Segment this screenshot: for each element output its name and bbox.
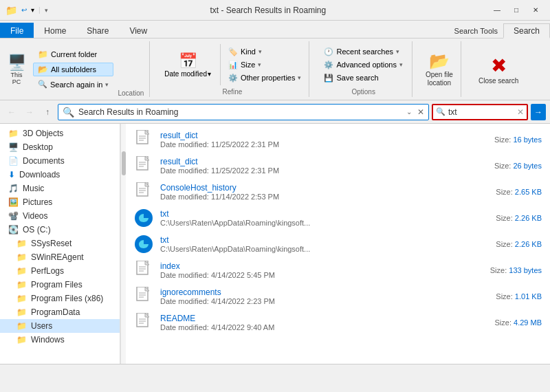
advanced-icon: ⚙️ bbox=[324, 61, 333, 69]
file-item-readme[interactable]: README Date modified: 4/14/2022 9:40 AM … bbox=[126, 309, 550, 336]
close-x-icon: ✖ bbox=[491, 54, 507, 77]
sidebar-label-users: Users bbox=[31, 321, 52, 331]
this-pc-button[interactable]: 🖥️ ThisPC bbox=[4, 52, 29, 87]
sidebar-item-music[interactable]: 🎵 Music bbox=[0, 182, 120, 195]
3d-objects-icon: 📁 bbox=[8, 129, 19, 138]
forward-button[interactable]: → bbox=[22, 105, 37, 120]
sidebar-item-documents[interactable]: 📄 Documents bbox=[0, 154, 120, 168]
file-item-txt-2[interactable]: txt C:\Users\Raten\AppData\Roaming\kings… bbox=[126, 231, 550, 257]
recent-searches-button[interactable]: 🕐 Recent searches ▾ bbox=[319, 46, 407, 58]
date-modified-button[interactable]: 📅 Date modified ▾ bbox=[160, 50, 216, 80]
recent-icon: 🕐 bbox=[324, 47, 333, 56]
all-subfolders-button[interactable]: 📂 All subfolders bbox=[33, 63, 113, 76]
sidebar-item-users[interactable]: 📁 Users bbox=[0, 319, 120, 333]
file-icon-txt-4 bbox=[134, 261, 153, 280]
main-layout: 📁 3D Objects 🖥️ Desktop 📄 Documents ⬇ Do… bbox=[0, 124, 550, 364]
file-size-2: Size: 26 bytes bbox=[494, 162, 542, 170]
save-search-label: Save search bbox=[336, 74, 378, 82]
sidebar-item-downloads[interactable]: ⬇ Downloads bbox=[0, 168, 120, 182]
users-icon: 📁 bbox=[16, 321, 27, 331]
address-dropdown-icon[interactable]: ⌄ bbox=[406, 108, 412, 116]
current-folder-button[interactable]: 📁 Current folder bbox=[33, 47, 113, 61]
file-item-consolehost[interactable]: ConsoleHost_history Date modified: 11/14… bbox=[126, 179, 550, 205]
file-icon-txt-5 bbox=[134, 287, 153, 306]
file-item-txt-1[interactable]: txt C:\Users\Raten\AppData\Roaming\kings… bbox=[126, 205, 550, 231]
file-name: result_dict bbox=[160, 131, 487, 140]
sidebar-item-program-files-x86[interactable]: 📁 Program Files (x86) bbox=[0, 292, 120, 305]
tab-file[interactable]: File bbox=[0, 23, 34, 38]
status-bar bbox=[0, 364, 550, 378]
open-file-location-group: 📂 Open filelocation bbox=[418, 41, 461, 97]
program-files-icon: 📁 bbox=[16, 280, 27, 290]
kind-button[interactable]: 🏷️ Kind ▾ bbox=[225, 46, 305, 58]
sidebar-item-videos[interactable]: 📽️ Videos bbox=[0, 209, 120, 223]
size-icon: 📊 bbox=[228, 61, 238, 69]
sidebar-item-pictures[interactable]: 🖼️ Pictures bbox=[0, 195, 120, 209]
ribbon-tabs: File Home Share View Search Tools Search bbox=[0, 21, 550, 38]
file-meta-7: Date modified: 4/14/2022 2:23 PM bbox=[160, 297, 489, 305]
tab-share[interactable]: Share bbox=[76, 23, 119, 38]
advanced-dropdown: ▾ bbox=[399, 61, 403, 68]
sidebar-item-swinreagent[interactable]: 📁 SWinREAgent bbox=[0, 250, 120, 264]
search-again-button[interactable]: 🔍 Search again in ▾ bbox=[33, 78, 113, 91]
file-item-ignorecomments[interactable]: ignorecomments Date modified: 4/14/2022 … bbox=[126, 283, 550, 309]
up-button[interactable]: ↑ bbox=[40, 105, 55, 120]
sidebar-item-program-files[interactable]: 📁 Program Files bbox=[0, 278, 120, 292]
subfolder-icon: 📂 bbox=[38, 65, 48, 74]
current-folder-label: Current folder bbox=[51, 50, 97, 58]
music-icon: 🎵 bbox=[8, 184, 19, 193]
title-bar-left: 📁 ↩ ▾ | ▾ bbox=[6, 5, 48, 16]
programdata-icon: 📁 bbox=[16, 307, 27, 317]
tab-view[interactable]: View bbox=[119, 23, 157, 38]
file-item-index[interactable]: index Date modified: 4/14/2022 5:45 PM S… bbox=[126, 257, 550, 283]
back-button[interactable]: ← bbox=[4, 105, 19, 120]
quick-access-icon2[interactable]: ▾ bbox=[31, 6, 34, 14]
search-box[interactable]: 🔍 txt ✕ bbox=[432, 104, 528, 120]
file-size-3: Size: 2.65 KB bbox=[496, 188, 542, 196]
maximize-button[interactable]: □ bbox=[507, 3, 525, 17]
address-bar[interactable]: 🔍 Search Results in Roaming ⌄ ✕ bbox=[58, 104, 429, 120]
open-file-location-button[interactable]: 📂 Open filelocation bbox=[422, 50, 456, 89]
title-bar: 📁 ↩ ▾ | ▾ txt - Search Results in Roamin… bbox=[0, 0, 550, 21]
size-button[interactable]: 📊 Size ▾ bbox=[225, 59, 305, 71]
address-close-icon[interactable]: ✕ bbox=[417, 107, 424, 117]
location-group: 📁 Current folder 📂 All subfolders 🔍 Sear… bbox=[33, 47, 113, 91]
quick-access-icon1[interactable]: ↩ bbox=[21, 6, 27, 14]
ssysreset-icon: 📁 bbox=[16, 239, 27, 248]
address-folder-icon: 🔍 bbox=[63, 107, 74, 118]
file-icon-txt bbox=[134, 130, 153, 149]
search-clear-icon[interactable]: ✕ bbox=[517, 107, 524, 117]
sidebar-item-windows[interactable]: 📁 Windows bbox=[0, 333, 120, 347]
sidebar-item-programdata[interactable]: 📁 ProgramData bbox=[0, 305, 120, 319]
file-item-result-dict-2[interactable]: result_dict Date modified: 11/25/2022 2:… bbox=[126, 153, 550, 179]
close-search-button[interactable]: ✖ Close search bbox=[472, 51, 525, 88]
kind-label: Kind bbox=[241, 47, 256, 56]
tab-search[interactable]: Search bbox=[503, 23, 550, 39]
close-button[interactable]: ✕ bbox=[527, 3, 544, 17]
sidebar-item-ssysreset[interactable]: 📁 SSysReset bbox=[0, 237, 120, 250]
minimize-button[interactable]: — bbox=[488, 3, 506, 17]
window-controls: — □ ✕ bbox=[488, 3, 544, 17]
file-size-7: Size: 1.01 KB bbox=[496, 292, 542, 301]
perflogs-icon: 📁 bbox=[16, 266, 27, 276]
close-search-label: Close search bbox=[478, 77, 518, 85]
file-size-4: Size: 2.26 KB bbox=[496, 214, 542, 222]
sidebar-item-os-c[interactable]: 💽 OS (C:) bbox=[0, 223, 120, 237]
file-icon-edge-1 bbox=[134, 208, 153, 228]
sidebar-item-perflogs[interactable]: 📁 PerfLogs bbox=[0, 264, 120, 278]
sidebar-item-3d-objects[interactable]: 📁 3D Objects bbox=[0, 127, 120, 140]
tab-home[interactable]: Home bbox=[34, 23, 76, 38]
advanced-options-button[interactable]: ⚙️ Advanced options ▾ bbox=[319, 59, 407, 71]
file-item-result-dict-1[interactable]: result_dict Date modified: 11/25/2022 2:… bbox=[126, 127, 550, 153]
sidebar-item-desktop[interactable]: 🖥️ Desktop bbox=[0, 140, 120, 154]
other-properties-button[interactable]: ⚙️ Other properties ▾ bbox=[225, 72, 305, 84]
sidebar-label-swinreagent: SWinREAgent bbox=[31, 252, 84, 262]
file-size: Size: 16 bytes bbox=[494, 135, 542, 144]
refine-group: 📅 Date modified ▾ 🏷️ Kind ▾ 📊 S bbox=[155, 41, 309, 97]
sidebar-label-documents: Documents bbox=[23, 156, 65, 166]
file-icon-edge-2 bbox=[134, 235, 153, 254]
save-search-button[interactable]: 💾 Save search bbox=[319, 72, 407, 84]
recent-searches-label: Recent searches bbox=[336, 47, 393, 56]
nav-forward-button[interactable]: → bbox=[531, 104, 546, 120]
sidebar-scrollbar[interactable] bbox=[120, 124, 126, 364]
